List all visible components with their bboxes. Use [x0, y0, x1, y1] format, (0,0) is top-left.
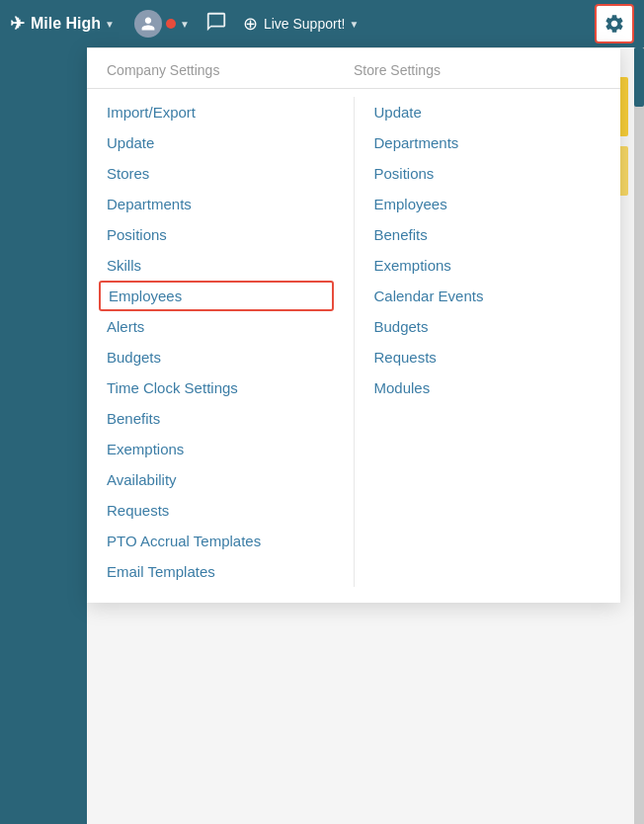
company-settings-item-budgets[interactable]: Budgets [107, 342, 334, 372]
support-dropdown-arrow: ▼ [349, 19, 359, 30]
company-settings-item-positions[interactable]: Positions [107, 219, 334, 250]
store-settings-item-exemptions[interactable]: Exemptions [374, 250, 602, 281]
company-settings-item-employees[interactable]: Employees [99, 281, 334, 311]
dropdown-header: Company Settings Store Settings [87, 48, 620, 89]
store-settings-item-modules[interactable]: Modules [374, 372, 602, 403]
live-support-menu[interactable]: ⊕ Live Support! ▼ [243, 13, 359, 35]
company-settings-item-stores[interactable]: Stores [107, 158, 334, 189]
store-settings-item-departments[interactable]: Departments [374, 127, 602, 158]
dropdown-body: Import/ExportUpdateStoresDepartmentsPosi… [87, 89, 620, 603]
brand-menu[interactable]: ✈ Mile High ▼ [10, 13, 115, 35]
company-settings-item-departments[interactable]: Departments [107, 189, 334, 219]
store-settings-item-benefits[interactable]: Benefits [374, 219, 602, 250]
brand-name: Mile High [31, 15, 101, 33]
company-settings-item-benefits[interactable]: Benefits [107, 403, 334, 434]
top-navbar: ✈ Mile High ▼ ▼ ⊕ Live Support! ▼ [0, 0, 644, 47]
company-settings-item-requests[interactable]: Requests [107, 495, 334, 526]
store-settings-col: UpdateDepartmentsPositionsEmployeesBenef… [354, 97, 621, 587]
scrollbar-thumb[interactable] [634, 47, 644, 107]
store-settings-item-calendar-events[interactable]: Calendar Events [374, 281, 602, 311]
support-label: Live Support! [264, 16, 346, 32]
store-settings-item-requests[interactable]: Requests [374, 342, 602, 372]
brand-icon: ✈ [10, 13, 25, 35]
user-status-dot [166, 19, 176, 29]
company-settings-item-availability[interactable]: Availability [107, 464, 334, 495]
store-settings-item-update[interactable]: Update [374, 97, 602, 127]
user-avatar [134, 10, 162, 38]
store-settings-header: Store Settings [354, 62, 601, 78]
store-settings-item-positions[interactable]: Positions [374, 158, 602, 189]
gear-icon [604, 13, 625, 35]
messages-button[interactable] [205, 11, 227, 38]
company-settings-item-exemptions[interactable]: Exemptions [107, 434, 334, 464]
company-settings-item-pto-accrual-templates[interactable]: PTO Accrual Templates [107, 526, 334, 556]
company-settings-col: Import/ExportUpdateStoresDepartmentsPosi… [87, 97, 354, 587]
company-settings-item-time-clock-settings[interactable]: Time Clock Settings [107, 372, 334, 403]
settings-gear-button[interactable] [595, 4, 634, 43]
company-settings-item-email-templates[interactable]: Email Templates [107, 556, 334, 587]
company-settings-item-importexport[interactable]: Import/Export [107, 97, 334, 127]
scrollbar[interactable] [634, 47, 644, 824]
company-settings-item-skills[interactable]: Skills [107, 250, 334, 281]
sidebar [0, 47, 87, 824]
user-dropdown-arrow: ▼ [180, 19, 190, 30]
store-settings-item-employees[interactable]: Employees [374, 189, 602, 219]
settings-dropdown: Company Settings Store Settings Import/E… [87, 47, 620, 603]
user-menu[interactable]: ▼ [134, 10, 190, 38]
store-settings-item-budgets[interactable]: Budgets [374, 311, 602, 342]
support-icon: ⊕ [243, 13, 258, 35]
company-settings-item-alerts[interactable]: Alerts [107, 311, 334, 342]
company-settings-header: Company Settings [107, 62, 354, 78]
brand-dropdown-arrow: ▼ [105, 19, 115, 30]
company-settings-item-update[interactable]: Update [107, 127, 334, 158]
